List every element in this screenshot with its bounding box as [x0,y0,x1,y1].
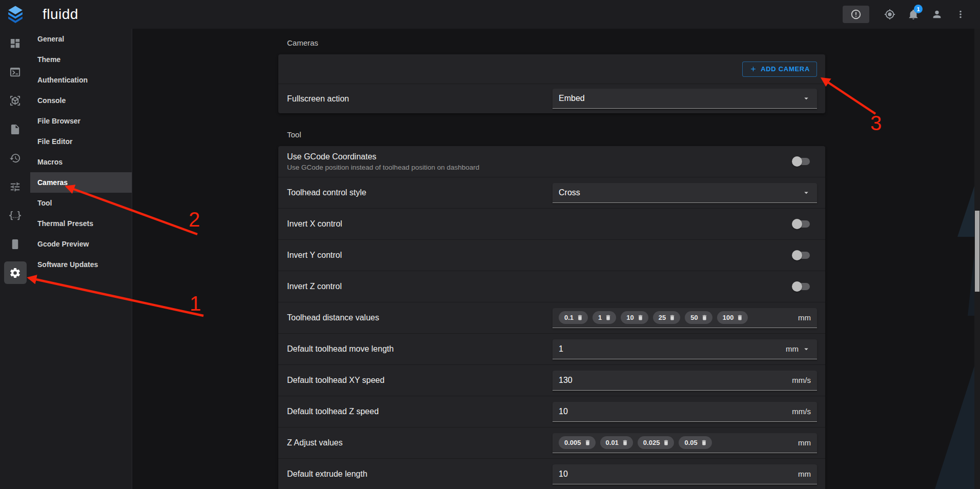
z-adjust-chip[interactable]: 0.01 [600,436,633,449]
nav-item-cameras[interactable]: Cameras [30,172,132,193]
invert-x-toggle[interactable] [792,219,811,229]
cameras-card: ADD CAMERA Fullscreen action Embed [278,54,825,113]
nav-item-file-browser[interactable]: File Browser [30,111,132,131]
z-adjust-chip[interactable]: 0.05 [679,436,711,449]
xy-speed-input[interactable] [559,376,792,385]
delete-icon[interactable] [669,314,676,321]
distance-chip[interactable]: 50 [685,311,712,324]
z-adjust-unit: mm [798,438,811,447]
delete-icon[interactable] [605,314,611,321]
delete-icon[interactable] [663,439,669,446]
nav-item-file-editor[interactable]: File Editor [30,131,132,152]
nav-item-theme[interactable]: Theme [30,49,132,70]
distance-chip[interactable]: 1 [593,311,616,324]
delete-icon[interactable] [622,439,628,446]
use-gcode-toggle[interactable] [792,156,811,167]
fluidd-logo[interactable] [0,5,30,24]
distance-chip[interactable]: 25 [653,311,680,324]
distance-chip[interactable]: 10 [621,311,648,324]
rail-item-preview[interactable] [0,86,30,115]
use-gcode-row: Use GCode Coordinates Use GCode position… [278,146,825,177]
rail-item-dashboard[interactable] [0,29,30,57]
fullscreen-action-label: Fullscreen action [287,94,349,104]
invert-x-label: Invert X control [287,219,342,229]
nav-item-macros[interactable]: Macros [30,152,132,172]
section-title-cameras: Cameras [278,38,825,48]
extrude-length-row: Default extrude length mm [278,458,825,489]
nav-item-tool[interactable]: Tool [30,193,132,213]
distance-chip[interactable]: 0.1 [559,311,588,324]
z-speed-input[interactable] [559,407,792,416]
move-length-row: Default toolhead move length mm [278,333,825,364]
rail-item-tune[interactable] [0,172,30,201]
use-gcode-label: Use GCode Coordinates [287,152,479,161]
z-speed-label: Default toolhead Z speed [287,407,379,416]
host-status-button[interactable] [880,4,900,25]
z-speed-row: Default toolhead Z speed mm/s [278,396,825,427]
fullscreen-action-select[interactable]: Embed [553,89,817,109]
extrude-length-input[interactable] [559,470,798,479]
settings-column: Cameras ADD CAMERA Fullscreen action Emb… [278,29,825,489]
extrude-length-field: mm [553,464,817,484]
xy-speed-label: Default toolhead XY speed [287,376,384,385]
account-icon [931,9,943,20]
move-length-unit: mm [786,344,799,353]
rail-item-jobs[interactable] [0,115,30,144]
camera-actions-row: ADD CAMERA [278,54,825,84]
z-adjust-label: Z Adjust values [287,438,343,447]
settings-selected-tile [4,261,27,284]
distance-chip[interactable]: 100 [717,311,748,324]
dashboard-icon [9,37,21,49]
delete-icon[interactable] [637,314,644,321]
chevron-down-icon[interactable] [802,344,811,354]
rail-item-console[interactable] [0,57,30,86]
move-length-field: mm [553,339,817,359]
rail-item-system[interactable] [0,230,30,258]
history-icon [9,152,21,164]
move-length-input[interactable] [559,344,786,354]
add-camera-button[interactable]: ADD CAMERA [742,62,817,77]
rail-item-configure[interactable] [0,201,30,230]
invert-z-toggle[interactable] [792,281,811,292]
move-length-label: Default toolhead move length [287,344,394,354]
scrollbar-thumb[interactable] [975,211,979,292]
emergency-stop-button[interactable] [843,6,869,23]
device-icon [9,238,21,250]
rail-item-history[interactable] [0,144,30,172]
invert-z-row: Invert Z control [278,271,825,302]
notifications-button[interactable]: 1 [903,4,924,25]
crosshairs-icon [884,9,895,20]
settings-gear-icon [9,267,21,279]
nav-item-software-updates[interactable]: Software Updates [30,254,132,275]
z-adjust-chip[interactable]: 0.005 [559,436,596,449]
z-adjust-field[interactable]: 0.005 0.01 0.025 0.05 mm [553,433,817,453]
app-title: fluidd [43,6,78,23]
app-bar: fluidd 1 [0,0,980,29]
delete-icon[interactable] [737,314,743,321]
z-adjust-chip[interactable]: 0.025 [638,436,675,449]
settings-nav: General Theme Authentication Console Fil… [30,29,132,489]
delete-icon[interactable] [577,314,583,321]
invert-y-toggle[interactable] [792,250,811,260]
nav-item-authentication[interactable]: Authentication [30,70,132,90]
plus-icon [749,65,757,73]
account-button[interactable] [927,4,947,25]
settings-content: Cameras ADD CAMERA Fullscreen action Emb… [132,29,980,489]
delete-icon[interactable] [701,314,708,321]
nav-rail [0,29,30,489]
extrude-length-label: Default extrude length [287,470,368,479]
tool-card: Use GCode Coordinates Use GCode position… [278,146,825,489]
control-style-select[interactable]: Cross [553,183,817,203]
fullscreen-action-value: Embed [559,94,585,103]
invert-z-label: Invert Z control [287,282,342,291]
nav-item-gcode-preview[interactable]: Gcode Preview [30,234,132,254]
chevron-down-icon [802,94,811,103]
delete-icon[interactable] [701,439,707,446]
overflow-menu-button[interactable] [950,4,971,25]
nav-item-thermal-presets[interactable]: Thermal Presets [30,213,132,234]
nav-item-general[interactable]: General [30,29,132,49]
distance-values-field[interactable]: 0.1 1 10 25 50 100 mm [553,308,817,328]
nav-item-console[interactable]: Console [30,90,132,111]
delete-icon[interactable] [584,439,591,446]
rail-item-settings[interactable] [0,258,30,287]
